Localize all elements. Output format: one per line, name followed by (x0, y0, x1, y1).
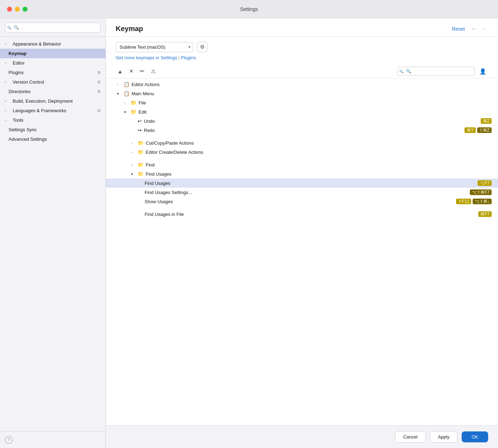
sidebar-item-advanced-settings[interactable]: › Advanced Settings (0, 134, 105, 144)
tree-item-label: Find Usages (146, 171, 492, 177)
chevron-right-icon: › (124, 101, 129, 105)
tree-item-find-usages-settings[interactable]: › Find Usages Settings... ⌥⇧⌘F7 (106, 188, 498, 197)
apply-button[interactable]: Apply (430, 431, 458, 443)
close-button[interactable] (7, 7, 12, 12)
remove-shortcut-button[interactable]: ✕ (127, 67, 135, 76)
tree-item-label: Find Usages in File (145, 212, 477, 217)
window-controls[interactable] (7, 7, 28, 12)
sidebar-item-label: Plugins (8, 70, 24, 75)
tree-item-label: Find (146, 162, 492, 168)
sidebar-search-input[interactable] (5, 23, 101, 32)
cancel-button[interactable]: Cancel (395, 431, 425, 443)
sidebar-item-directories[interactable]: › Directories ⊞ (0, 87, 105, 96)
sidebar-item-plugins[interactable]: › Plugins ⊞ (0, 68, 105, 77)
nav-forward-button[interactable]: → (480, 25, 488, 33)
show-conflicts-button[interactable]: ⚠ (149, 67, 157, 76)
shortcut-kbd: ⌘F7 (478, 211, 492, 217)
folder-icon: 📁 (130, 100, 136, 105)
chevron-right-icon: › (5, 80, 10, 84)
shortcut-display: ⌘Z (481, 118, 492, 124)
content-header: Keymap Reset ← → (106, 18, 498, 37)
shortcut-kbd-1: ⇧F12 (456, 199, 471, 204)
shortcut-display: ⌥F7 (478, 180, 492, 186)
sidebar-item-label: Settings Sync (8, 127, 37, 132)
sidebar-item-keymap[interactable]: › Keymap (0, 49, 105, 58)
chevron-down-icon: ▾ (131, 172, 136, 176)
tree-item-redo[interactable]: › ↪ Redo ⌘Y ⇧⌘Z (106, 126, 498, 135)
tree-item-undo[interactable]: › ↩ Undo ⌘Z (106, 116, 498, 126)
window-title: Settings (240, 6, 258, 12)
sidebar-footer: ? (0, 431, 105, 448)
user-filter-button[interactable]: 👤 (478, 67, 488, 76)
keymap-select[interactable]: Sublime Text (macOS) Default (macOS) Ecl… (116, 42, 193, 52)
folder-icon: 📁 (138, 171, 144, 177)
tree-item-editor-actions[interactable]: › 📋 Editor Actions (106, 80, 498, 89)
link-separator: | (178, 55, 181, 60)
redo-icon: ↪ (138, 127, 142, 133)
shortcut-display: ⇧F12 ⌥⇧⌘↓ (456, 199, 492, 204)
shortcut-kbd-2: ⇧⌘Z (477, 127, 492, 133)
tree-item-find-usages[interactable]: › Find Usages ⌥F7 (106, 178, 498, 188)
sidebar-item-editor[interactable]: › Editor (0, 58, 105, 68)
sidebar-search-container (0, 18, 105, 37)
chevron-down-icon: ▾ (117, 92, 122, 96)
plugins-badge: ⊞ (97, 70, 101, 75)
tree-item-find[interactable]: › 📁 Find (106, 160, 498, 169)
get-more-keymaps-link[interactable]: Get more keymaps in Settings (116, 55, 177, 60)
chevron-right-icon: › (5, 99, 10, 103)
tree-item-show-usages[interactable]: › Show Usages ⇧F12 ⌥⇧⌘↓ (106, 197, 498, 206)
tree-item-main-menu[interactable]: ▾ 📋 Main Menu (106, 89, 498, 98)
sidebar-item-tools[interactable]: › Tools (0, 115, 105, 125)
toolbar-search-wrap (397, 67, 475, 76)
shortcut-kbd: ⌘Z (481, 118, 492, 124)
main-content: Keymap Reset ← → Sublime Text (macOS) De… (106, 18, 498, 448)
tree-item-file[interactable]: › 📁 File (106, 98, 498, 107)
title-bar: Settings (0, 0, 498, 18)
sidebar-item-build[interactable]: › Build, Execution, Deployment (0, 96, 105, 106)
nav-back-button[interactable]: ← (470, 25, 478, 33)
help-button[interactable]: ? (5, 436, 13, 444)
keymap-gear-button[interactable]: ⚙ (197, 42, 207, 52)
bottom-bar: Cancel Apply OK (106, 425, 498, 448)
sidebar-item-appearance[interactable]: › Appearance & Behavior (0, 39, 105, 49)
tree-separator-2 (106, 157, 498, 160)
tree-separator (106, 135, 498, 138)
add-shortcut-button[interactable]: ▲ (116, 67, 124, 76)
tree-item-label: Find Usages Settings... (145, 190, 468, 195)
tree-separator-3 (106, 206, 498, 210)
plugins-link[interactable]: Plugins (181, 55, 196, 60)
sidebar-item-label: Advanced Settings (8, 137, 47, 142)
tree-item-label: Cut/Copy/Paste Actions (146, 140, 492, 146)
minimize-button[interactable] (15, 7, 20, 12)
chevron-right-icon: › (5, 109, 10, 113)
sidebar-item-version-control[interactable]: › Version Control ⊞ (0, 77, 105, 87)
keymap-tree: › 📋 Editor Actions ▾ 📋 Main Menu › 📁 Fil… (106, 78, 498, 425)
chevron-right-icon: › (117, 83, 122, 86)
edit-shortcut-button[interactable]: ✏ (138, 67, 146, 76)
sidebar-item-label: Directories (8, 89, 30, 94)
shortcut-kbd: ⌥F7 (478, 180, 492, 186)
shortcut-kbd: ⌥⇧⌘F7 (470, 189, 492, 195)
sidebar-item-languages[interactable]: › Languages & Frameworks ⊞ (0, 106, 105, 115)
sidebar: › Appearance & Behavior › Keymap › Edito… (0, 18, 106, 448)
ok-button[interactable]: OK (462, 431, 488, 442)
tree-item-edit[interactable]: ▾ 📁 Edit (106, 107, 498, 116)
tree-item-cut-copy-paste[interactable]: › 📁 Cut/Copy/Paste Actions (106, 138, 498, 147)
keymap-plugins-link: Get more keymaps in Settings | Plugins (106, 55, 498, 65)
tree-item-label: Show Usages (145, 199, 455, 204)
shortcut-display: ⌘F7 (478, 211, 492, 217)
tree-item-find-usages-in-file[interactable]: › Find Usages in File ⌘F7 (106, 210, 498, 219)
maximize-button[interactable] (23, 7, 28, 12)
sidebar-item-label: Keymap (8, 51, 26, 56)
tree-item-editor-create-delete[interactable]: › 📁 Editor Create/Delete Actions (106, 147, 498, 157)
reset-button[interactable]: Reset (452, 26, 465, 32)
sidebar-item-settings-sync[interactable]: › Settings Sync (0, 125, 105, 134)
sidebar-items-list: › Appearance & Behavior › Keymap › Edito… (0, 37, 105, 431)
folder-icon: 📁 (138, 140, 144, 146)
sidebar-item-label: Version Control (13, 79, 44, 85)
shortcut-kbd-2: ⌥⇧⌘↓ (473, 199, 492, 204)
sidebar-search-wrap (5, 23, 101, 32)
tree-item-find-usages-group[interactable]: ▾ 📁 Find Usages (106, 169, 498, 178)
chevron-right-icon: › (5, 118, 10, 122)
toolbar-search-input[interactable] (397, 67, 475, 76)
